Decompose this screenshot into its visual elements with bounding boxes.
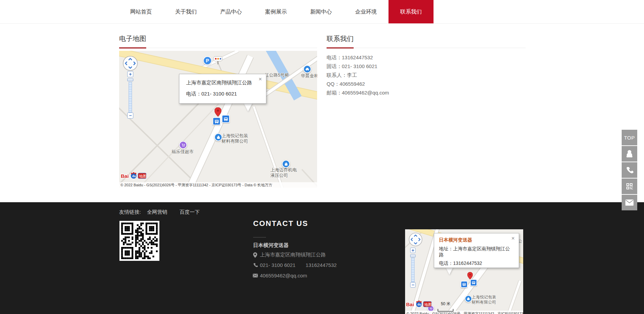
map-info-window: 上海市嘉定区南翔镇翔江公路 电话：021- 3100 6021 × xyxy=(179,74,266,104)
close-icon[interactable]: × xyxy=(259,76,262,82)
qq-chat-button[interactable] xyxy=(622,146,637,162)
zoom-slider-track[interactable] xyxy=(411,258,415,282)
footer-email-row: 406559462@qq.com xyxy=(252,273,307,278)
parking-icon[interactable]: P xyxy=(203,56,212,65)
zoom-out-button[interactable]: − xyxy=(127,112,133,119)
qq-icon xyxy=(625,149,634,158)
map-label-fulejia: 福乐佳超市 xyxy=(172,149,194,154)
qr-code-icon xyxy=(625,182,634,190)
close-icon[interactable]: × xyxy=(511,235,515,241)
contact-landline: 固话：021- 3100 6021 xyxy=(327,62,526,71)
baidu-logo-word: 地图 xyxy=(139,174,147,178)
footer-map-copyright: © 2022 Baidu - GS(2021)6026号 - 甲测资字11111… xyxy=(405,311,523,314)
nav-item-products[interactable]: 产品中心 xyxy=(208,0,253,23)
main-nav: 网站首页 关于我们 产品中心 案例展示 新闻中心 企业环境 联系我们 xyxy=(118,0,434,23)
contact-person: 联系人：李工 xyxy=(327,71,526,80)
baidu-map-main[interactable]: P 江公路5号桥 华晨金杯 上海悦记包装 材料有限公司 福乐佳超市 xyxy=(119,51,317,188)
mail-icon xyxy=(625,199,634,206)
footer-address-row: 上海市嘉定区南翔镇翔江公路 xyxy=(252,252,326,258)
zoom-slider-track[interactable] xyxy=(129,82,132,112)
map-label-bridge: 江公路5号桥 xyxy=(265,72,289,78)
info-window-tail xyxy=(446,267,453,275)
map-pan-control[interactable] xyxy=(123,56,138,72)
baidu-maps-logo[interactable]: Bai du 地图 xyxy=(120,171,147,182)
red-location-pin[interactable] xyxy=(467,272,473,281)
contact-section: 联系我们 电话：13162447532 固话：021- 3100 6021 联系… xyxy=(327,34,526,97)
company-poi-icon[interactable] xyxy=(465,295,472,302)
qr-code-image xyxy=(119,221,159,261)
zoom-in-button[interactable]: + xyxy=(127,71,133,77)
baidu-logo-du: du xyxy=(132,174,136,178)
bus-stop-icon[interactable] xyxy=(213,117,221,125)
baidu-maps-logo[interactable]: Bai du 地图 xyxy=(406,300,432,310)
phone-icon xyxy=(252,263,259,268)
contact-email: 邮箱：406559462@qq.com xyxy=(327,88,526,97)
footer-divider xyxy=(253,237,266,237)
footer-phone-row: 021- 3100 6021 13162447532 xyxy=(252,262,337,268)
car-poi-icon[interactable] xyxy=(303,65,311,73)
floating-side-toolbar: TOP xyxy=(622,130,637,211)
footer-email-text: 406559462@qq.com xyxy=(260,273,307,278)
info-window-title: 日本横河变送器 xyxy=(439,237,514,243)
red-location-pin[interactable] xyxy=(215,107,221,118)
baidu-logo-word: 地图 xyxy=(424,302,432,307)
footer-phone1: 021- 3100 6021 xyxy=(260,262,295,268)
phone-icon xyxy=(625,166,634,174)
company-poi-icon[interactable] xyxy=(282,160,290,168)
nav-item-environment[interactable]: 企业环境 xyxy=(343,0,388,23)
supermarket-poi-icon[interactable] xyxy=(179,141,187,149)
back-to-top-button[interactable]: TOP xyxy=(622,130,637,145)
baidu-logo-du: du xyxy=(418,303,421,306)
map-section: 电子地图 P 江公路5号桥 xyxy=(119,34,317,188)
info-window-address: 上海市嘉定区南翔镇翔江公路 xyxy=(186,80,259,86)
qr-code-button[interactable] xyxy=(622,179,637,194)
nav-item-home[interactable]: 网站首页 xyxy=(118,0,163,23)
map-scale-bar: 50 米 xyxy=(438,301,454,313)
info-window-address: 地址：上海市嘉定区南翔镇翔江公路 xyxy=(439,246,514,258)
traffic-light-icon xyxy=(213,56,223,64)
footer-address-text: 上海市嘉定区南翔镇翔江公路 xyxy=(260,252,326,258)
footer-map-label-yueji: 上海悦记包装 材料有限公司 xyxy=(472,295,496,305)
qr-code-pattern xyxy=(121,223,158,259)
map-label-maiqiao: 上海迈乔机电 液压公司 xyxy=(270,167,297,178)
baidu-map-footer[interactable]: 江公 路 上海悦记包装 材料有限公司 日本横河变送器 地址：上海市嘉定区南翔镇翔… xyxy=(405,229,523,314)
baidu-logo-bai: Bai xyxy=(406,301,414,307)
zoom-out-button[interactable]: − xyxy=(410,282,416,288)
map-label-huachen: 华晨金杯 xyxy=(301,73,317,79)
email-icon xyxy=(252,274,259,277)
friend-links-label: 友情链接: xyxy=(119,209,141,215)
info-window-phone: 电话：021- 3100 6021 xyxy=(186,91,259,97)
nav-item-about[interactable]: 关于我们 xyxy=(163,0,208,23)
footer-phone2: 13162447532 xyxy=(306,262,337,268)
footer-contact-heading: CONTACT US xyxy=(253,219,308,228)
map-section-title: 电子地图 xyxy=(119,34,317,48)
zoom-slider-handle[interactable] xyxy=(127,78,133,81)
friend-link-marketing[interactable]: 全网营销 xyxy=(147,209,167,215)
zoom-slider-handle[interactable] xyxy=(410,254,416,257)
map-label-yueji: 上海悦记包装 材料有限公司 xyxy=(222,133,248,144)
zoom-in-button[interactable]: + xyxy=(410,248,416,253)
company-poi-icon[interactable] xyxy=(214,133,222,141)
nav-item-cases[interactable]: 案例展示 xyxy=(253,0,298,23)
phone-contact-button[interactable] xyxy=(622,162,637,178)
bus-stop-icon[interactable] xyxy=(461,281,468,288)
info-window-phone: 电话：13162447532 xyxy=(439,260,514,267)
contact-phone: 电话：13162447532 xyxy=(327,53,526,62)
info-window-tail xyxy=(244,103,252,111)
nav-item-contact-active[interactable]: 联系我们 xyxy=(388,0,434,23)
footer-company-name: 日本横河变送器 xyxy=(253,242,289,249)
footer: 友情链接: 全网营销 百度一下 CONTACT US 日本横河变送器 上海市嘉定… xyxy=(0,202,644,314)
bus-stop-icon[interactable] xyxy=(222,115,230,123)
contact-info-list: 电话：13162447532 固话：021- 3100 6021 联系人：李工 … xyxy=(327,53,526,97)
nav-item-news[interactable]: 新闻中心 xyxy=(298,0,343,23)
friend-links-row: 友情链接: 全网营销 百度一下 xyxy=(119,209,211,215)
map-copyright: © 2022 Baidu - GS(2021)6026号 - 甲测资字11111… xyxy=(119,182,317,188)
footer-map-info-window: 日本横河变送器 地址：上海市嘉定区南翔镇翔江公路 电话：13162447532 … xyxy=(434,233,519,268)
location-pin-icon xyxy=(252,252,259,258)
email-contact-button[interactable] xyxy=(622,195,637,210)
contact-qq: QQ：406559462 xyxy=(327,80,526,88)
contact-section-title: 联系我们 xyxy=(327,34,526,48)
map-pan-control[interactable] xyxy=(408,232,423,248)
friend-link-baidu[interactable]: 百度一下 xyxy=(180,209,200,215)
top-navigation-bar: 网站首页 关于我们 产品中心 案例展示 新闻中心 企业环境 联系我们 xyxy=(0,0,644,24)
